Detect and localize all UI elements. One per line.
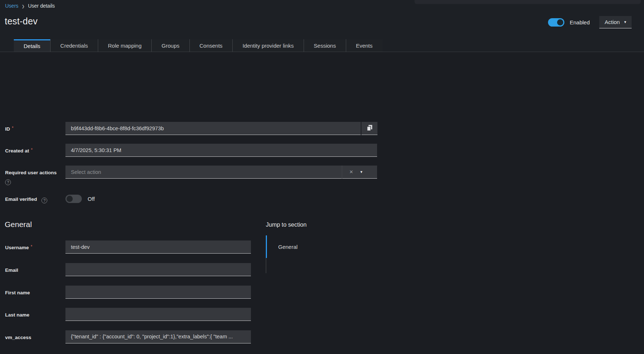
vm-access-label: vm_access [5, 335, 31, 340]
breadcrumb-chevron-icon: ❯ [22, 4, 25, 8]
username-label: Username [5, 245, 29, 250]
top-overlay-bar [415, 0, 641, 4]
email-input[interactable] [65, 263, 251, 276]
email-verified-control: Off [65, 195, 95, 203]
tab-details[interactable]: Details [14, 39, 50, 52]
first-name-label: First name [5, 290, 30, 295]
required-marker: * [12, 126, 14, 131]
created-at-label-col: Created at* [5, 147, 63, 154]
copy-id-button[interactable] [361, 122, 377, 135]
id-input[interactable] [65, 122, 361, 135]
caret-down-icon: ▾ [624, 20, 626, 24]
jump-to-section-nav: Jump to section General [266, 222, 307, 258]
required-user-actions-label-col: Required user actions ? [5, 169, 63, 185]
created-at-label: Created at [5, 148, 29, 154]
email-verified-state-label: Off [88, 195, 95, 203]
action-dropdown-button[interactable]: Action ▾ [599, 16, 632, 28]
enabled-toggle-label: Enabled [570, 19, 590, 25]
toggle-knob [557, 19, 563, 25]
tab-role-mapping[interactable]: Role mapping [98, 39, 152, 52]
tab-groups[interactable]: Groups [151, 39, 189, 52]
breadcrumb-current: User details [28, 3, 55, 9]
required-user-actions-label: Required user actions [5, 170, 57, 175]
last-name-label: Last name [5, 312, 29, 318]
email-verified-toggle[interactable] [65, 195, 82, 203]
email-verified-label-col: Email verified ? [5, 196, 69, 202]
first-name-input[interactable] [65, 286, 251, 299]
created-at-input[interactable] [65, 144, 377, 157]
toggle-knob [67, 196, 73, 202]
required-user-actions-select[interactable]: Select action ✕ ▾ [65, 166, 377, 179]
tab-identity-provider-links[interactable]: Identity provider links [232, 39, 304, 52]
breadcrumb-link-users[interactable]: Users [5, 3, 19, 9]
required-marker: * [31, 244, 32, 249]
id-label: ID [5, 126, 10, 132]
tab-sessions[interactable]: Sessions [304, 39, 346, 52]
tab-credentials[interactable]: Credentials [50, 39, 98, 52]
email-label-col: Email [5, 267, 63, 273]
breadcrumb: Users ❯ User details [5, 3, 55, 9]
vm-access-input[interactable]: {"tenant_id" : {"account_id": 0, "projec… [65, 330, 251, 343]
copy-icon [367, 125, 372, 132]
tab-consents[interactable]: Consents [189, 39, 232, 52]
username-input[interactable] [65, 240, 251, 254]
id-label-col: ID* [5, 126, 63, 132]
details-tab-content: ID* Created at* Required user actions ? … [0, 52, 644, 354]
clear-selection-icon[interactable]: ✕ [342, 169, 360, 175]
page-header: Users ❯ User details test-dev Enabled Ac… [0, 0, 644, 52]
vm-access-label-col: vm_access [5, 334, 63, 341]
first-name-label-col: First name [5, 289, 63, 296]
email-label: Email [5, 267, 18, 273]
email-verified-label: Email verified [5, 196, 37, 202]
user-details-page: Users ❯ User details test-dev Enabled Ac… [0, 0, 644, 354]
jump-to-section-heading: Jump to section [266, 222, 307, 228]
last-name-input[interactable] [65, 308, 251, 321]
required-marker: * [31, 147, 33, 152]
enabled-toggle[interactable] [548, 18, 564, 27]
help-icon[interactable]: ? [41, 198, 47, 203]
username-label-col: Username* [5, 244, 63, 251]
page-title: test-dev [5, 16, 38, 27]
action-dropdown-label: Action [605, 19, 620, 25]
tab-events[interactable]: Events [346, 39, 383, 52]
select-caret-down-icon[interactable]: ▾ [360, 170, 377, 174]
help-icon[interactable]: ? [5, 179, 11, 185]
jump-nav-item-general[interactable]: General [266, 235, 307, 258]
user-detail-tabs: Details Credentials Role mapping Groups … [0, 39, 644, 52]
header-controls: Enabled Action ▾ [548, 16, 632, 28]
jump-nav-list: General [266, 235, 307, 258]
last-name-label-col: Last name [5, 311, 63, 318]
general-section-heading: General [5, 220, 32, 229]
select-placeholder: Select action [65, 169, 342, 175]
